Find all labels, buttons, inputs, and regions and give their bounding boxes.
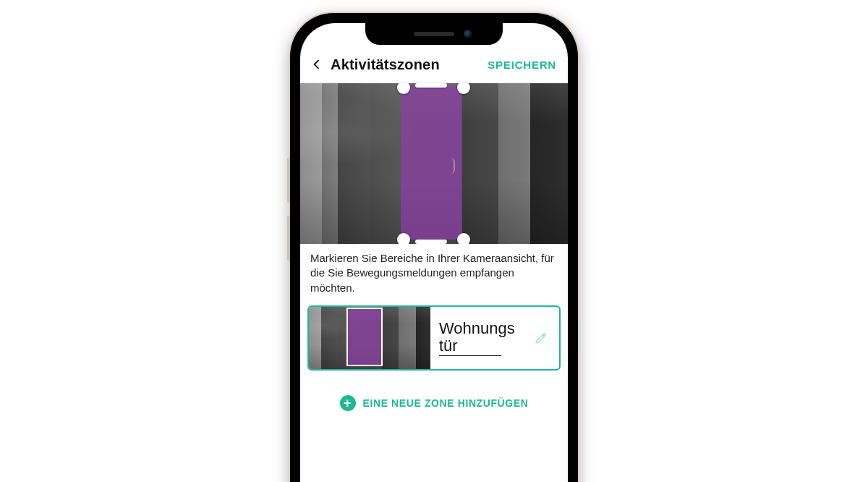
phone-frame: Aktivitätszonen SPEICHERN Markieren Sie … <box>290 13 578 482</box>
notch <box>365 23 503 45</box>
zone-handle-bottom-left[interactable] <box>397 233 410 244</box>
back-button[interactable] <box>307 55 326 74</box>
pencil-icon <box>534 331 548 345</box>
zone-edge-bottom[interactable] <box>415 240 447 244</box>
zone-name-input[interactable]: Wohnungs tür <box>439 320 515 356</box>
add-zone-label: EINE NEUE ZONE HINZUFÜGEN <box>363 397 529 409</box>
zone-list-item[interactable]: Wohnungs tür <box>307 305 561 371</box>
front-camera <box>464 30 472 38</box>
stage: Aktivitätszonen SPEICHERN Markieren Sie … <box>0 0 868 482</box>
edit-zone-name-button[interactable] <box>532 329 550 347</box>
door-handle-detail <box>448 158 455 174</box>
add-zone-button[interactable]: + EINE NEUE ZONE HINZUFÜGEN <box>300 382 568 436</box>
camera-preview[interactable] <box>300 83 568 244</box>
zone-name-line1: Wohnungs <box>439 319 515 337</box>
thumbnail-zone-overlay <box>348 309 382 366</box>
speaker-grille <box>414 32 454 36</box>
zone-handle-bottom-right[interactable] <box>457 233 470 244</box>
screen: Aktivitätszonen SPEICHERN Markieren Sie … <box>300 23 568 482</box>
zone-thumbnail <box>309 307 430 369</box>
zone-item-body: Wohnungs tür <box>430 307 559 369</box>
save-button[interactable]: SPEICHERN <box>488 59 556 71</box>
zone-edge-top[interactable] <box>415 83 447 88</box>
instruction-text: Markieren Sie Bereiche in Ihrer Kameraan… <box>300 244 568 305</box>
activity-zone-overlay[interactable] <box>401 85 462 240</box>
chevron-left-icon <box>310 57 324 72</box>
zone-name-line2: tür <box>439 337 501 356</box>
plus-circle-icon: + <box>340 395 356 411</box>
page-title: Aktivitätszonen <box>331 56 440 73</box>
header-left: Aktivitätszonen <box>307 55 440 74</box>
